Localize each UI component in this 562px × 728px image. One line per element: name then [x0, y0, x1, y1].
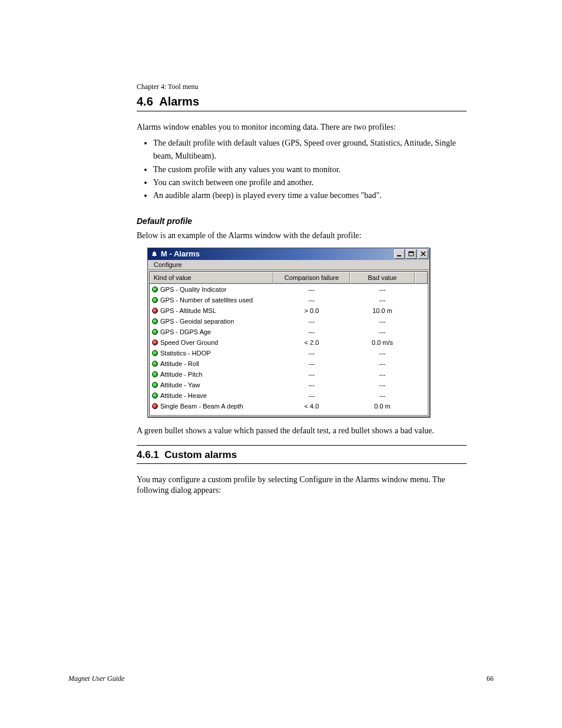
table-row[interactable]: GPS - DGPS Age------ — [150, 327, 428, 337]
bad-value: --- — [350, 286, 415, 293]
bell-icon — [150, 250, 158, 258]
table-row[interactable]: GPS - Altitude MSL> 0.010.0 m — [150, 305, 428, 316]
status-ok-icon — [152, 286, 158, 292]
status-cell — [150, 382, 160, 388]
status-cell — [150, 340, 160, 345]
list-item: The default profile with default values … — [153, 137, 467, 163]
legend-paragraph: A green bullet shows a value which passe… — [137, 426, 467, 437]
bad-value: 10.0 m — [350, 307, 415, 314]
comparison-failure: < 2.0 — [273, 339, 350, 346]
alarms-window: M - Alarms Configure Kind of value Compa… — [147, 248, 430, 417]
value-name: Attitude - Yaw — [160, 381, 273, 388]
section-rule — [137, 111, 467, 111]
minimize-button[interactable] — [394, 249, 405, 259]
subsection-rule-bottom — [137, 463, 467, 464]
comparison-failure: --- — [273, 371, 350, 378]
footer-doc-title: Magnet User Guide — [68, 674, 124, 683]
list-header: Kind of value Comparison failure Bad val… — [150, 272, 428, 284]
status-bad-icon — [152, 308, 158, 314]
footer-page-number: 66 — [487, 674, 494, 683]
table-row[interactable]: Statistics - HDOP------ — [150, 348, 428, 358]
column-header-comparison[interactable]: Comparison failure — [273, 272, 350, 284]
comparison-failure: --- — [273, 286, 350, 293]
value-name: Single Beam - Beam A depth — [160, 403, 273, 410]
status-ok-icon — [152, 393, 158, 398]
default-profile-body: Below is an example of the Alarms window… — [137, 230, 467, 242]
value-name: GPS - Quality Indicator — [160, 286, 273, 293]
intro-paragraph: Alarms window enables you to monitor inc… — [137, 122, 467, 133]
bad-value: --- — [350, 371, 415, 378]
comparison-failure: --- — [273, 297, 350, 304]
list-item: An audible alarm (beep) is played every … — [153, 189, 467, 202]
custom-alarms-body: You may configure a custom profile by se… — [137, 475, 467, 497]
comparison-failure: --- — [273, 360, 350, 367]
configure-menu[interactable]: Configure — [151, 261, 184, 269]
bad-value: --- — [350, 392, 415, 399]
status-cell — [150, 361, 160, 367]
svg-rect-2 — [409, 252, 414, 253]
bad-value: --- — [350, 328, 415, 335]
close-button[interactable] — [418, 249, 428, 259]
status-ok-icon — [152, 350, 158, 356]
status-cell — [150, 308, 160, 314]
column-header-bad[interactable]: Bad value — [350, 272, 415, 284]
value-name: Statistics - HDOP — [160, 350, 273, 357]
value-name: GPS - Altitude MSL — [160, 307, 273, 314]
value-name: Speed Over Ground — [160, 339, 273, 346]
alarms-list: Kind of value Comparison failure Bad val… — [149, 271, 428, 416]
intro-bullet-list: The default profile with default values … — [137, 137, 467, 203]
subsection-title: Custom alarms — [164, 449, 237, 460]
default-profile-subhead: Default profile — [137, 216, 467, 227]
status-cell — [150, 329, 160, 335]
bad-value: --- — [350, 318, 415, 325]
comparison-failure: --- — [273, 381, 350, 388]
table-row[interactable]: Speed Over Ground< 2.00.0 m/s — [150, 337, 428, 348]
table-row[interactable]: Attitude - Roll------ — [150, 358, 428, 369]
section-title: Alarms — [159, 95, 199, 108]
status-cell — [150, 350, 160, 356]
window-title: M - Alarms — [161, 249, 393, 258]
list-item: You can switch between one profile and a… — [153, 176, 467, 189]
bad-value: 0.0 m — [350, 403, 415, 410]
status-ok-icon — [152, 318, 158, 324]
maximize-button[interactable] — [406, 249, 416, 259]
comparison-failure: --- — [273, 350, 350, 357]
value-name: Attitude - Pitch — [160, 371, 273, 378]
status-cell — [150, 393, 160, 398]
table-row[interactable]: GPS - Number of satellites used------ — [150, 295, 428, 305]
status-ok-icon — [152, 382, 158, 388]
value-name: Attitude - Roll — [160, 360, 273, 367]
value-name: GPS - Geoidal separation — [160, 318, 273, 325]
column-header-tail — [415, 272, 428, 284]
list-item: The custom profile with any values you w… — [153, 163, 467, 176]
bad-value: --- — [350, 360, 415, 367]
value-name: GPS - DGPS Age — [160, 328, 273, 335]
status-cell — [150, 318, 160, 324]
close-icon — [421, 251, 426, 256]
window-menubar: Configure — [148, 260, 429, 270]
table-row[interactable]: Single Beam - Beam A depth< 4.00.0 m — [150, 401, 428, 411]
minimize-icon — [396, 252, 402, 256]
table-row[interactable]: Attitude - Pitch------ — [150, 369, 428, 380]
column-header-kind[interactable]: Kind of value — [150, 272, 273, 284]
bad-value: --- — [350, 297, 415, 304]
comparison-failure: --- — [273, 318, 350, 325]
table-row[interactable]: GPS - Quality Indicator------ — [150, 284, 428, 295]
table-row[interactable]: GPS - Geoidal separation------ — [150, 316, 428, 327]
comparison-failure: > 0.0 — [273, 307, 350, 314]
table-row[interactable]: Attitude - Heave------ — [150, 390, 428, 401]
status-ok-icon — [152, 361, 158, 367]
status-cell — [150, 403, 160, 409]
bad-value: --- — [350, 350, 415, 357]
chapter-label: Chapter 4: Tool menu — [137, 83, 467, 91]
table-row[interactable]: Attitude - Yaw------ — [150, 380, 428, 390]
window-titlebar[interactable]: M - Alarms — [148, 248, 429, 260]
status-ok-icon — [152, 371, 158, 377]
comparison-failure: --- — [273, 328, 350, 335]
subsection-rule-top — [137, 445, 467, 446]
subsection-number: 4.6.1 — [137, 449, 159, 460]
status-ok-icon — [152, 329, 158, 335]
section-number: 4.6 — [137, 95, 153, 108]
bad-value: 0.0 m/s — [350, 339, 415, 346]
status-bad-icon — [152, 403, 158, 409]
